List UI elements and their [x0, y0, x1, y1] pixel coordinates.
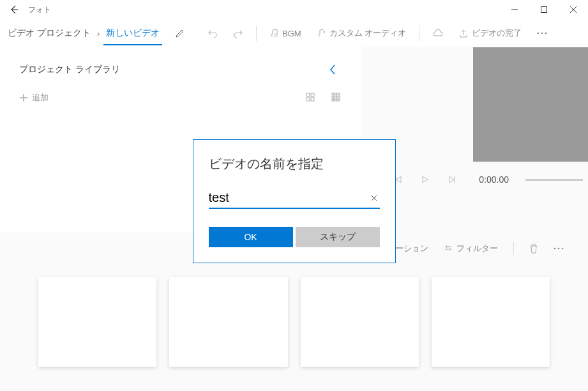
skip-button[interactable]: スキップ [296, 227, 380, 247]
dialog-overlay: ビデオの名前を指定 OK スキップ [0, 0, 588, 391]
dialog-title: ビデオの名前を指定 [209, 155, 380, 172]
x-icon [371, 195, 377, 201]
ok-button[interactable]: OK [209, 227, 293, 247]
video-name-input[interactable] [209, 188, 368, 208]
name-video-dialog: ビデオの名前を指定 OK スキップ [193, 139, 396, 263]
clear-input-button[interactable] [368, 192, 380, 204]
